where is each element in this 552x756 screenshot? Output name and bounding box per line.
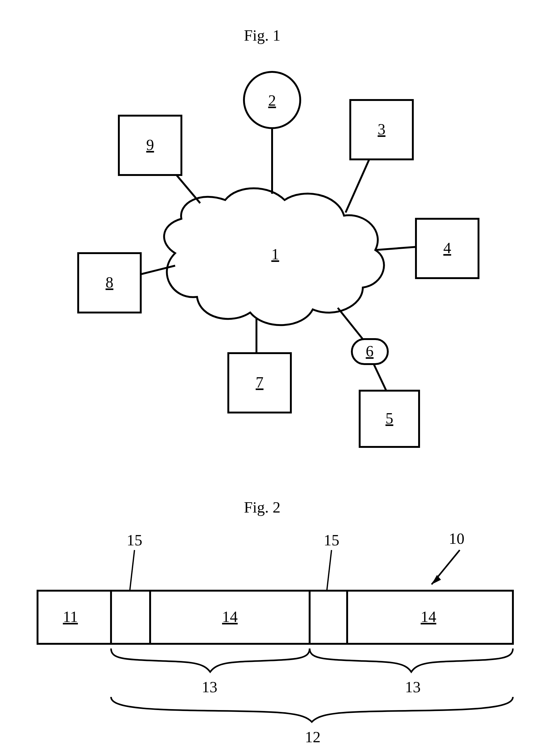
- cell-14-a: 14: [222, 608, 238, 625]
- label-15-left: 15: [127, 531, 142, 591]
- node-8: 8: [78, 253, 175, 313]
- cell-14-b: 14: [421, 608, 436, 625]
- cloud-label: 1: [271, 245, 279, 263]
- connector-8: [138, 266, 175, 275]
- brace-12-label: 12: [305, 728, 320, 746]
- label-15-b: 15: [324, 531, 339, 549]
- node-6: 6: [338, 308, 388, 364]
- connector-3: [346, 156, 371, 212]
- node-4: 4: [375, 219, 478, 278]
- cell-11: 11: [63, 608, 78, 625]
- connector-6: [338, 308, 363, 339]
- label-15-a: 15: [127, 531, 142, 549]
- svg-line-8: [130, 550, 134, 591]
- node-9-label: 9: [146, 136, 154, 154]
- pointer-10: 10: [432, 530, 464, 584]
- pointer-10-label: 10: [449, 530, 464, 547]
- node-3-label: 3: [378, 120, 386, 138]
- node-3: 3: [346, 100, 413, 212]
- node-5-label: 5: [386, 409, 393, 427]
- brace-13-left-label: 13: [202, 678, 218, 696]
- connector-4: [375, 247, 416, 250]
- node-2: 2: [244, 72, 300, 194]
- node-7-label: 7: [256, 373, 264, 391]
- connector-5: [374, 364, 386, 391]
- brace-12: 12: [111, 697, 513, 746]
- connector-9: [175, 173, 200, 203]
- svg-line-9: [327, 550, 331, 591]
- node-6-label: 6: [366, 342, 374, 360]
- fig1-title: Fig. 1: [244, 27, 281, 44]
- label-15-right: 15: [324, 531, 339, 591]
- node-7: 7: [228, 319, 291, 412]
- fig2-title: Fig. 2: [244, 499, 281, 516]
- node-5: 5: [360, 364, 419, 447]
- node-2-label: 2: [268, 91, 276, 109]
- node-9: 9: [119, 116, 200, 203]
- cloud-node-1: 1: [164, 188, 384, 325]
- brace-13-right-label: 13: [405, 678, 421, 696]
- packet-structure: 11 14 14: [37, 591, 513, 644]
- node-8-label: 8: [106, 273, 114, 291]
- brace-13-left: 13: [111, 648, 310, 696]
- svg-rect-10: [37, 591, 513, 644]
- brace-13-right: 13: [310, 648, 513, 696]
- node-4-label: 4: [443, 239, 451, 256]
